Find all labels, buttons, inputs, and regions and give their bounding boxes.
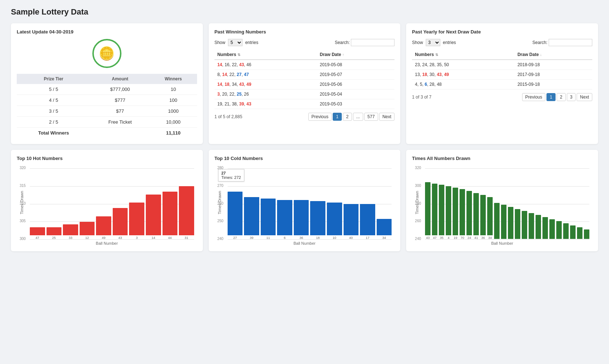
pw-prev-btn[interactable]: Previous — [308, 113, 332, 121]
bar-label: 49 — [102, 236, 105, 240]
bar-item: 11 — [261, 199, 276, 240]
bar — [508, 207, 513, 239]
cold-numbers-card: Top 10 Cold Numbers Times Drawn 28027026… — [209, 150, 401, 251]
py-search-right: Search: — [532, 39, 592, 46]
bar-label: 10 — [333, 236, 336, 240]
bar-item — [522, 211, 527, 240]
all-numbers-card: Times All Numbers Drawn Times Drawn 3203… — [406, 150, 598, 251]
bar-item — [529, 213, 534, 240]
prize-cell: 100 — [150, 95, 197, 106]
prize-footer-cell — [91, 128, 150, 139]
bar — [129, 203, 144, 235]
py-next-btn[interactable]: Next — [577, 93, 592, 101]
entries-label: entries — [245, 40, 258, 45]
bar — [146, 195, 161, 236]
bar-item — [556, 221, 562, 240]
past-yearly-search[interactable] — [549, 39, 592, 46]
bar-item: 17 — [360, 204, 375, 240]
pw-date-cell: 2019-05-03 — [317, 99, 395, 109]
bar — [47, 227, 62, 236]
py-search-label: Search: — [532, 40, 547, 45]
py-page-1-btn[interactable]: 1 — [546, 93, 556, 101]
cold-tooltip: 27Times: 272 — [218, 169, 244, 181]
past-winning-footer: 1 of 5 of 2,885 Previous 1 2 ... 577 Nex… — [215, 113, 395, 121]
page-title: Sample Lottery Data — [11, 7, 598, 17]
bar — [244, 197, 259, 235]
numbers-sort-icon: ⇅ — [237, 53, 240, 57]
table-row: 23, 24, 28, 35, 502018-09-18 — [412, 60, 592, 70]
bar-item — [570, 225, 576, 240]
bar — [228, 192, 243, 235]
y-gridline-label: 320 — [415, 166, 421, 170]
bar-label: 70 — [461, 236, 464, 240]
bar-label: 6 — [284, 236, 286, 240]
y-gridline-label: 300 — [20, 237, 26, 241]
py-col-date: Draw Date ↓ — [514, 50, 592, 60]
bar-item: 18 — [310, 201, 325, 240]
hot-numbers-card: Top 10 Hot Numbers Times Drawn 320315310… — [11, 150, 203, 251]
pw-numbers-cell: 14, 16, 22, 43, 46 — [215, 60, 317, 70]
prize-col-amount: Amount — [91, 74, 150, 84]
bar-label: 39 — [250, 236, 253, 240]
bar-item: 39 — [244, 197, 259, 240]
bar-item: 10 — [327, 203, 342, 240]
bar — [563, 223, 569, 239]
past-winning-search[interactable] — [351, 39, 394, 46]
cold-bars-container: 2739116361810401734 — [228, 168, 392, 240]
bar-label: 27 — [233, 236, 237, 240]
past-winning-pagination: Previous 1 2 ... 577 Next — [308, 113, 395, 121]
table-row: 13, 18, 30, 43, 492017-09-18 — [412, 70, 592, 80]
py-page-2-btn[interactable]: 2 — [557, 93, 566, 101]
prize-cell: Free Ticket — [91, 117, 150, 128]
latest-update-card: Latest Update 04-30-2019 🪙 Prize Tier Am… — [11, 23, 203, 144]
bar-item: 3 — [129, 203, 144, 240]
all-x-label: Ball Number — [412, 241, 592, 245]
bar-item: 47 — [30, 227, 45, 240]
prize-cell: $777,000 — [91, 84, 150, 95]
bar — [494, 203, 500, 239]
bar-label: 12 — [85, 236, 89, 240]
bar-label: 47 — [36, 236, 39, 240]
y-gridline-label: 250 — [217, 219, 224, 223]
bar — [466, 191, 472, 235]
bar-label: 17 — [366, 236, 369, 240]
prize-cell: 3 / 5 — [17, 106, 91, 117]
y-gridline-label: 260 — [415, 219, 421, 223]
prize-cell: 5 / 5 — [17, 84, 91, 95]
bar — [63, 224, 78, 235]
py-page-3-btn[interactable]: 3 — [567, 93, 576, 101]
cold-chart-wrapper: Times Drawn 280270260250240 273911636181… — [215, 165, 395, 240]
cold-x-label: Ball Number — [215, 241, 395, 245]
bar-item — [515, 209, 520, 240]
bar-label: 36 — [481, 236, 485, 240]
bar — [261, 199, 276, 235]
pw-next-btn[interactable]: Next — [379, 113, 395, 121]
bar — [542, 217, 548, 239]
bar-label: 41 — [474, 236, 478, 240]
y-gridline-label: 305 — [20, 219, 26, 223]
pw-page-2-btn[interactable]: 2 — [343, 113, 352, 121]
pw-date-cell: 2019-05-07 — [317, 70, 395, 80]
hot-x-label: Ball Number — [17, 241, 197, 245]
prize-cell: $777 — [91, 95, 150, 106]
py-numbers-sort-icon: ⇅ — [435, 53, 438, 57]
pw-page-577-btn[interactable]: 577 — [364, 113, 378, 121]
bar-item — [508, 207, 513, 240]
prize-cell: 1000 — [150, 106, 197, 117]
y-gridline-label: 310 — [20, 201, 26, 205]
py-show-label: Show — [412, 40, 423, 45]
show-select[interactable]: 51025 — [228, 39, 243, 46]
pw-page-1-btn[interactable]: 1 — [333, 113, 342, 121]
bar — [310, 201, 325, 235]
past-winning-card: Past Winning Numbers Show 51025 entries … — [209, 23, 401, 144]
bar-label: 19 — [454, 236, 457, 240]
coin-container: 🪙 — [17, 39, 197, 68]
table-row: 8, 14, 22, 27, 472019-05-07 — [215, 70, 395, 80]
past-yearly-pagination: Previous 1 2 3 Next — [522, 93, 592, 101]
bar-label: 34 — [488, 236, 492, 240]
py-date-cell: 2018-09-18 — [514, 60, 592, 70]
bar — [30, 227, 45, 236]
py-prev-btn[interactable]: Previous — [522, 93, 546, 101]
bar — [515, 209, 520, 239]
py-show-select[interactable]: 3510 — [426, 39, 440, 46]
